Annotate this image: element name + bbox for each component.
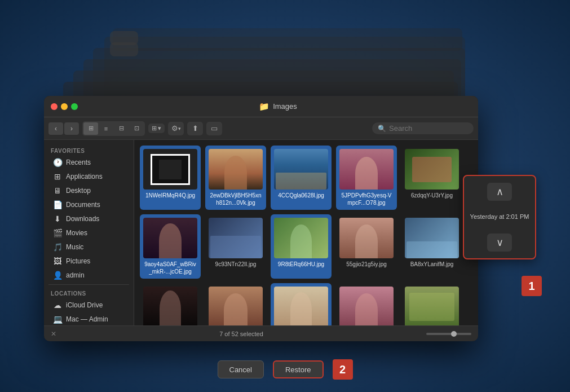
share-icon: ⬆: [192, 124, 198, 133]
list-item[interactable]: 4CCQgla0628l.jpg: [271, 146, 332, 210]
preview-button[interactable]: ▭: [206, 122, 222, 135]
status-bar: ✕ 7 of 52 selected: [44, 325, 478, 341]
mac-label: Mac — Admin: [66, 315, 108, 323]
list-view-button[interactable]: ≡: [99, 122, 113, 135]
mac-icon: 💻: [53, 315, 62, 324]
list-item[interactable]: BA8xYLanifM.jpg: [401, 214, 462, 279]
list-item[interactable]: 55gjio21g5iy.jpg: [336, 214, 397, 279]
file-name: 55gjio21g5iy.jpg: [346, 261, 387, 268]
documents-label: Documents: [66, 201, 100, 209]
pictures-icon: 🖼: [53, 257, 62, 266]
downloads-icon: ⬇: [53, 214, 62, 223]
window-title: 📁 Images: [85, 102, 471, 112]
minimize-button[interactable]: [61, 103, 68, 110]
sidebar: Favorites 🕐 Recents ⊞ Applications 🖥 Des…: [44, 140, 134, 325]
tm-down-button[interactable]: ∨: [487, 234, 512, 252]
list-item[interactable]: 9R8tERq66HU.jpg: [271, 214, 332, 279]
sidebar-item-documents[interactable]: 📄 Documents: [46, 198, 131, 212]
documents-icon: 📄: [53, 200, 62, 209]
applications-icon: ⊞: [53, 172, 62, 181]
list-item[interactable]: CV2AQR9MSXMsvWa1QJ...iDck.jpg: [205, 283, 266, 325]
action-chevron-icon: ▾: [178, 126, 181, 131]
file-name: 6zdqqY-U3rY.jpg: [411, 192, 453, 199]
list-item[interactable]: 2ewDBkVjlBH5H5xnh812n...0Vk.jpg: [205, 146, 266, 210]
sidebar-item-recents[interactable]: 🕐 Recents: [46, 156, 131, 169]
sidebar-item-downloads[interactable]: ⬇ Downloads: [46, 212, 131, 226]
gallery-view-button[interactable]: ⊡: [129, 122, 144, 135]
list-item[interactable]: 9aoy4aS0AF_wBRiv_mkR-...jcOE.jpg: [140, 214, 201, 279]
sidebar-item-pictures[interactable]: 🖼 Pictures: [46, 254, 131, 268]
title-bar: 📁 Images: [44, 96, 478, 117]
desktop-label: Desktop: [66, 187, 91, 195]
list-item[interactable]: 5JPDPvfhG3yesq-VmpcF...O78.jpg: [336, 146, 397, 210]
badge-one: 1: [522, 276, 542, 296]
search-input[interactable]: [389, 124, 462, 133]
list-item[interactable]: 1NWeIRMqR4Q.jpg: [140, 146, 201, 210]
list-item[interactable]: f4x-5tjpP8CKnnXVm7lwF...f9TdI.jpg: [336, 283, 397, 325]
maximize-button[interactable]: [71, 103, 78, 110]
close-button[interactable]: [51, 103, 58, 110]
file-thumbnail: [274, 149, 328, 190]
sidebar-item-applications[interactable]: ⊞ Applications: [46, 170, 131, 183]
chevron-down-icon: ∨: [496, 236, 503, 249]
view-buttons: ⊞ ≡ ⊟ ⊡: [82, 121, 145, 136]
nav-buttons: ‹ ›: [48, 122, 79, 135]
file-thumbnail: [339, 218, 394, 258]
sidebar-item-admin[interactable]: 👤 admin: [46, 268, 131, 282]
forward-button[interactable]: ›: [64, 122, 79, 135]
file-name: 4CCQgla0628l.jpg: [278, 192, 324, 199]
file-thumbnail: [339, 287, 394, 325]
search-icon: 🔍: [378, 125, 386, 133]
status-close-icon[interactable]: ✕: [51, 330, 56, 338]
sidebar-item-movies[interactable]: 🎬 Movies: [46, 226, 131, 240]
finder-window: 📁 Images ‹ › ⊞ ≡ ⊟ ⊡ ⊞ ▾ ⚙ ▾ ⬆ ▭: [44, 96, 478, 341]
share-button[interactable]: ⬆: [187, 122, 203, 135]
file-thumbnail: [274, 287, 328, 325]
file-name: 2ewDBkVjlBH5H5xnh812n...0Vk.jpg: [209, 192, 263, 206]
list-item[interactable]: EYAcpC_4Bk6ZbiInMK_3-...BL00.jpg: [271, 283, 332, 325]
back-button[interactable]: ‹: [48, 122, 63, 135]
view-options-icon: ⊞: [152, 125, 157, 132]
sidebar-item-icloud[interactable]: ☁ iCloud Drive: [46, 298, 131, 312]
gear-icon: ⚙: [171, 124, 178, 133]
movies-icon: 🎬: [53, 228, 62, 237]
recents-label: Recents: [66, 158, 91, 166]
file-thumbnail: [143, 287, 197, 325]
content-area[interactable]: 1NWeIRMqR4Q.jpg 2ewDBkVjlBH5H5xnh812n...…: [134, 140, 478, 325]
file-thumbnail: [405, 287, 459, 325]
list-item[interactable]: 9c93NTn22lI.jpg: [205, 214, 266, 279]
restore-button[interactable]: Restore: [273, 360, 324, 378]
list-item[interactable]: FI9jLa_pskJYRNOFSKsW4...-Bo.jpg: [401, 283, 462, 325]
file-thumbnail: [274, 218, 328, 258]
downloads-label: Downloads: [66, 215, 99, 223]
search-box[interactable]: 🔍: [372, 122, 474, 134]
file-name: 5JPDPvfhG3yesq-VmpcF...O78.jpg: [339, 192, 394, 206]
applications-label: Applications: [66, 173, 103, 180]
list-item[interactable]: CCLHwJwtEOI.jpg: [140, 283, 201, 325]
list-item[interactable]: 6zdqqY-U3rY.jpg: [401, 146, 462, 210]
cancel-button[interactable]: Cancel: [218, 360, 264, 378]
icon-view-button[interactable]: ⊞: [83, 122, 98, 135]
file-thumbnail: [209, 149, 263, 190]
file-thumbnail: [339, 149, 394, 190]
music-label: Music: [66, 243, 83, 251]
file-thumbnail: [209, 287, 263, 325]
icloud-icon: ☁: [53, 301, 62, 310]
file-thumbnail: [209, 218, 263, 258]
sidebar-divider: [48, 284, 129, 285]
action-button[interactable]: ⚙ ▾: [168, 122, 184, 135]
tm-up-button[interactable]: ∧: [487, 183, 512, 201]
sidebar-item-desktop[interactable]: 🖥 Desktop: [46, 184, 131, 197]
pictures-label: Pictures: [66, 257, 90, 265]
sidebar-item-mac[interactable]: 💻 Mac — Admin: [46, 312, 131, 325]
view-options-group[interactable]: ⊞ ▾: [148, 124, 165, 133]
file-name: BA8xYLanifM.jpg: [410, 261, 454, 268]
file-name: 9R8tERq66HU.jpg: [278, 261, 324, 268]
file-name: 9c93NTn22lI.jpg: [215, 261, 257, 268]
column-view-button[interactable]: ⊟: [114, 122, 129, 135]
time-machine-panel: ∧ Yesterday at 2:01 PM ∨: [463, 175, 536, 259]
zoom-thumb: [451, 331, 457, 337]
file-thumbnail: [405, 149, 459, 190]
zoom-slider[interactable]: [426, 333, 471, 335]
sidebar-item-music[interactable]: 🎵 Music: [46, 240, 131, 254]
